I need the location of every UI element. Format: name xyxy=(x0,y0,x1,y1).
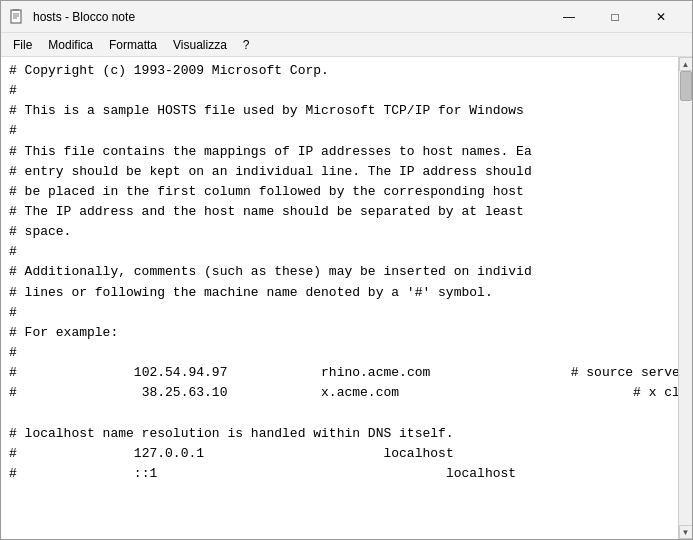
menu-view[interactable]: Visualizza xyxy=(165,36,235,54)
scrollbar-thumb[interactable] xyxy=(680,71,692,101)
window-title: hosts - Blocco note xyxy=(33,10,546,24)
close-button[interactable]: ✕ xyxy=(638,1,684,33)
menu-help[interactable]: ? xyxy=(235,36,258,54)
title-bar: hosts - Blocco note — □ ✕ xyxy=(1,1,692,33)
scroll-down-arrow[interactable]: ▼ xyxy=(679,525,693,539)
text-editor[interactable]: # Copyright (c) 1993-2009 Microsoft Corp… xyxy=(1,57,678,539)
menu-edit[interactable]: Modifica xyxy=(40,36,101,54)
minimize-button[interactable]: — xyxy=(546,1,592,33)
maximize-button[interactable]: □ xyxy=(592,1,638,33)
scrollbar-track[interactable] xyxy=(679,71,693,525)
window-controls: — □ ✕ xyxy=(546,1,684,33)
content-area: # Copyright (c) 1993-2009 Microsoft Corp… xyxy=(1,57,692,539)
app-window: hosts - Blocco note — □ ✕ File Modifica … xyxy=(0,0,693,540)
scroll-up-arrow[interactable]: ▲ xyxy=(679,57,693,71)
svg-rect-0 xyxy=(11,10,21,23)
menu-file[interactable]: File xyxy=(5,36,40,54)
vertical-scrollbar: ▲ ▼ xyxy=(678,57,692,539)
svg-rect-1 xyxy=(13,9,19,11)
menu-format[interactable]: Formatta xyxy=(101,36,165,54)
menu-bar: File Modifica Formatta Visualizza ? xyxy=(1,33,692,57)
app-icon xyxy=(9,9,25,25)
